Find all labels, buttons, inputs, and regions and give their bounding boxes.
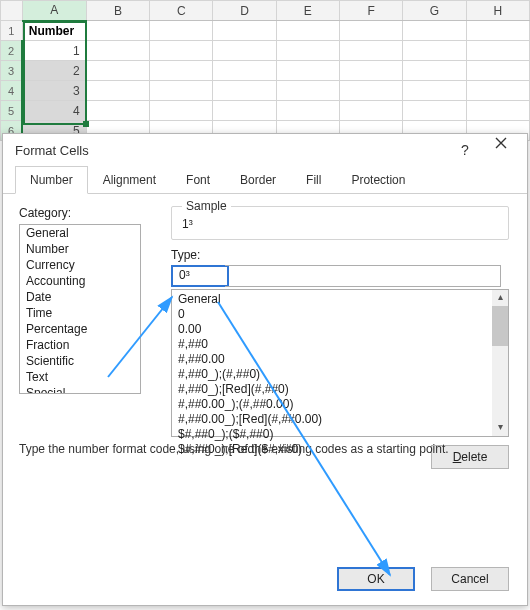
- format-cells-dialog: Format Cells ? Number Alignment Font Bor…: [2, 133, 528, 606]
- close-button[interactable]: [483, 136, 519, 164]
- row-header-4[interactable]: 4: [1, 81, 23, 101]
- cell-g1[interactable]: [403, 21, 466, 41]
- cell-f1[interactable]: [340, 21, 403, 41]
- format-item[interactable]: #,##0.00: [178, 352, 486, 367]
- scroll-up-icon[interactable]: ▴: [492, 290, 508, 306]
- tab-number[interactable]: Number: [15, 166, 88, 194]
- row-header-1[interactable]: 1: [1, 21, 23, 41]
- tab-alignment[interactable]: Alignment: [88, 166, 171, 194]
- category-text[interactable]: Text: [20, 369, 140, 385]
- tab-fill[interactable]: Fill: [291, 166, 336, 194]
- cell-a3[interactable]: 2: [22, 61, 86, 81]
- category-percentage[interactable]: Percentage: [20, 321, 140, 337]
- format-scrollbar[interactable]: ▴ ▾: [492, 290, 508, 436]
- category-accounting[interactable]: Accounting: [20, 273, 140, 289]
- cell-a2[interactable]: 1: [22, 41, 86, 61]
- col-header-f[interactable]: F: [340, 1, 403, 21]
- format-item[interactable]: #,##0.00_);(#,##0.00): [178, 397, 486, 412]
- cell-h1[interactable]: [466, 21, 529, 41]
- format-list[interactable]: General 0 0.00 #,##0 #,##0.00 #,##0_);(#…: [171, 289, 509, 437]
- select-all-corner[interactable]: [1, 1, 23, 21]
- scroll-down-icon[interactable]: ▾: [492, 420, 508, 436]
- cell-e1[interactable]: [276, 21, 339, 41]
- category-date[interactable]: Date: [20, 289, 140, 305]
- category-fraction[interactable]: Fraction: [20, 337, 140, 353]
- category-list[interactable]: General Number Currency Accounting Date …: [19, 224, 141, 394]
- type-label: Type:: [171, 248, 509, 262]
- hint-text: Type the number format code, using one o…: [19, 442, 511, 456]
- scroll-thumb[interactable]: [492, 306, 508, 346]
- sample-box: Sample 1³: [171, 206, 509, 240]
- col-header-c[interactable]: C: [150, 1, 213, 21]
- category-currency[interactable]: Currency: [20, 257, 140, 273]
- row-header-2[interactable]: 2: [1, 41, 23, 61]
- category-general[interactable]: General: [20, 225, 140, 241]
- format-item[interactable]: #,##0_);[Red](#,##0): [178, 382, 486, 397]
- category-scientific[interactable]: Scientific: [20, 353, 140, 369]
- cell-c1[interactable]: [150, 21, 213, 41]
- col-header-h[interactable]: H: [466, 1, 529, 21]
- cell-a5[interactable]: 4: [22, 101, 86, 121]
- help-button[interactable]: ?: [447, 136, 483, 164]
- dialog-tabs: Number Alignment Font Border Fill Protec…: [3, 166, 527, 194]
- tab-border[interactable]: Border: [225, 166, 291, 194]
- cell-b1[interactable]: [86, 21, 149, 41]
- spreadsheet-grid: A B C D E F G H 1 Number 2 1 3 2: [0, 0, 530, 141]
- row-header-5[interactable]: 5: [1, 101, 23, 121]
- type-input-rest[interactable]: [225, 265, 501, 287]
- cell-a4[interactable]: 3: [22, 81, 86, 101]
- category-number[interactable]: Number: [20, 241, 140, 257]
- type-input[interactable]: 0³: [171, 265, 229, 287]
- sample-value: 1³: [182, 217, 498, 231]
- row-header-3[interactable]: 3: [1, 61, 23, 81]
- cell-d1[interactable]: [213, 21, 276, 41]
- tab-font[interactable]: Font: [171, 166, 225, 194]
- dialog-titlebar[interactable]: Format Cells ?: [3, 134, 527, 166]
- col-header-g[interactable]: G: [403, 1, 466, 21]
- tab-protection[interactable]: Protection: [336, 166, 420, 194]
- col-header-b[interactable]: B: [86, 1, 149, 21]
- cell-a1[interactable]: Number: [22, 21, 86, 41]
- cell-b2[interactable]: [86, 41, 149, 61]
- format-item[interactable]: $#,##0_);($#,##0): [178, 427, 486, 442]
- close-icon: [494, 136, 508, 150]
- sample-label: Sample: [182, 199, 231, 213]
- category-time[interactable]: Time: [20, 305, 140, 321]
- category-special[interactable]: Special: [20, 385, 140, 394]
- col-header-e[interactable]: E: [276, 1, 339, 21]
- format-item[interactable]: #,##0: [178, 337, 486, 352]
- format-item[interactable]: #,##0.00_);[Red](#,##0.00): [178, 412, 486, 427]
- format-item[interactable]: 0: [178, 307, 486, 322]
- format-item[interactable]: #,##0_);(#,##0): [178, 367, 486, 382]
- col-header-a[interactable]: A: [22, 1, 86, 21]
- cancel-button[interactable]: Cancel: [431, 567, 509, 591]
- format-item[interactable]: 0.00: [178, 322, 486, 337]
- dialog-title: Format Cells: [15, 143, 447, 158]
- ok-button[interactable]: OK: [337, 567, 415, 591]
- format-item[interactable]: General: [178, 292, 486, 307]
- col-header-d[interactable]: D: [213, 1, 276, 21]
- scroll-track[interactable]: [492, 346, 508, 420]
